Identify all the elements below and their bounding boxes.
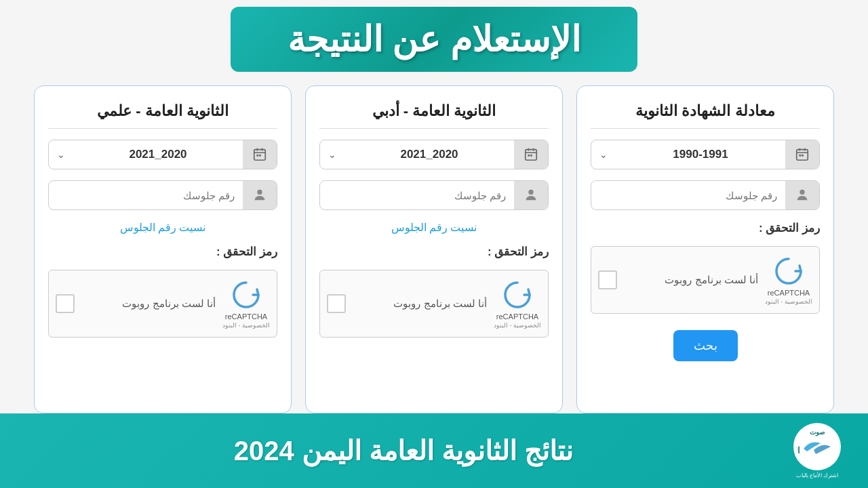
cards-area: معادلة الشهادة الثانوية 1990-1991 ⌄ [0,72,868,413]
recaptcha-label-arts: reCAPTCHA [496,312,538,321]
svg-point-13 [528,190,533,195]
calendar-button-science[interactable] [243,140,277,169]
forgot-link-science[interactable]: نسيت رقم الجلوس [48,221,277,234]
recaptcha-checkbox-arts[interactable] [327,294,346,313]
svg-rect-5 [802,155,804,157]
recaptcha-arrows-icon-arts [501,279,534,311]
calendar-icon-equivalence [795,147,810,162]
chevron-down-icon: ⌄ [599,149,608,160]
recaptcha-checkbox-science[interactable] [56,294,75,313]
year-value-arts: 2021_2020 [344,141,514,168]
card-arts-title: الثانوية العامة - أدبي [319,102,549,129]
recaptcha-equivalence[interactable]: reCAPTCHA الخصوصية - البنود أنا لست برنا… [591,246,820,314]
person-icon-science [252,188,267,203]
bottom-main-text: نتائج الثانوية العامة اليمن 2024 [27,435,780,466]
recaptcha-arts[interactable]: reCAPTCHA الخصوصية - البنود أنا لست برنا… [319,270,549,338]
calendar-icon-science [252,147,267,162]
recaptcha-sub-arts: الخصوصية - البنود [494,322,541,329]
recaptcha-arrows-icon-science [230,279,262,311]
card-arts: الثانوية العامة - أدبي 2021_2020 ⌄ [305,85,563,413]
svg-rect-19 [259,155,261,157]
header-title: الإستعلام عن النتيجة [288,19,580,60]
bottom-banner: صوت الوطن اشترك الأتباع بالباب نتائج الث… [0,413,868,488]
chevron-down-icon-science: ⌄ [57,149,65,160]
person-icon-arts [524,188,538,203]
svg-point-6 [800,190,804,195]
recaptcha-science[interactable]: reCAPTCHA الخصوصية - البنود أنا لست برنا… [48,270,277,338]
svg-text:الوطن: الوطن [797,445,800,456]
logo-circle: صوت الوطن [793,423,841,470]
logo-subtitle: اشترك الأتباع بالباب [796,472,838,479]
card-equivalence: معادلة الشهادة الثانوية 1990-1991 ⌄ [576,85,834,413]
year-chevron-arts[interactable]: ⌄ [320,142,344,167]
recaptcha-checkbox-equivalence[interactable] [598,270,617,289]
year-value-science: 2021_2020 [73,141,243,168]
card-equivalence-title: معادلة الشهادة الثانوية [591,102,820,129]
person-icon-equivalence [795,188,810,203]
svg-rect-11 [528,155,530,157]
seat-icon-button-arts[interactable] [514,181,548,209]
year-chevron-equivalence[interactable]: ⌄ [591,142,616,167]
calendar-button-arts[interactable] [514,140,548,169]
header-banner: الإستعلام عن النتيجة [0,0,868,72]
verify-label-equivalence: رمز التحقق : [591,221,820,235]
logo-text-top: صوت [793,428,841,436]
year-selector-arts[interactable]: 2021_2020 ⌄ [319,140,549,169]
recaptcha-left-science: reCAPTCHA الخصوصية - البنود [222,279,270,329]
svg-rect-4 [799,155,801,157]
recaptcha-text-arts: أنا لست برنامج روبوت [353,298,487,310]
seat-icon-button-science[interactable] [243,181,277,209]
year-selector-equivalence[interactable]: 1990-1991 ⌄ [591,140,820,169]
recaptcha-arrows-icon [772,255,805,287]
seat-row-equivalence[interactable] [591,180,820,210]
submit-button-equivalence[interactable]: بحث [673,330,738,361]
seat-input-science[interactable] [49,183,243,208]
seat-row-science[interactable] [48,180,277,210]
seat-row-arts[interactable] [319,180,549,210]
main-container: الإستعلام عن النتيجة معادلة الشهادة الثا… [0,0,868,488]
svg-rect-12 [530,155,532,157]
recaptcha-label-science: reCAPTCHA [225,312,267,321]
year-chevron-science[interactable]: ⌄ [49,142,73,167]
year-selector-science[interactable]: 2021_2020 ⌄ [48,140,277,169]
svg-rect-18 [256,155,258,157]
recaptcha-text-science: أنا لست برنامج روبوت [81,298,216,310]
verify-label-arts: رمز التحقق : [319,245,549,259]
year-value-equivalence: 1990-1991 [616,141,785,168]
seat-input-equivalence[interactable] [591,183,785,208]
forgot-link-arts[interactable]: نسيت رقم الجلوس [319,221,549,234]
svg-point-20 [257,190,262,195]
recaptcha-label-equivalence: reCAPTCHA [768,289,810,297]
calendar-button-equivalence[interactable] [785,140,819,169]
header-title-box: الإستعلام عن النتيجة [231,7,637,72]
recaptcha-left-equivalence: reCAPTCHA الخصوصية - البنود [765,255,812,305]
card-science: الثانوية العامة - علمي 2021_2020 ⌄ [34,85,292,413]
calendar-icon-arts [524,147,538,162]
recaptcha-sub-science: الخصوصية - البنود [222,322,270,329]
card-science-title: الثانوية العامة - علمي [48,102,277,129]
seat-icon-button-equivalence[interactable] [785,181,819,209]
bottom-logo: صوت الوطن اشترك الأتباع بالباب [793,423,841,479]
recaptcha-text-equivalence: أنا لست برنامج روبوت [624,274,758,286]
chevron-down-icon-arts: ⌄ [328,149,336,160]
verify-label-science: رمز التحقق : [48,245,277,259]
seat-input-arts[interactable] [320,183,514,208]
recaptcha-left-arts: reCAPTCHA الخصوصية - البنود [494,279,541,329]
recaptcha-sub-equivalence: الخصوصية - البنود [765,298,812,305]
